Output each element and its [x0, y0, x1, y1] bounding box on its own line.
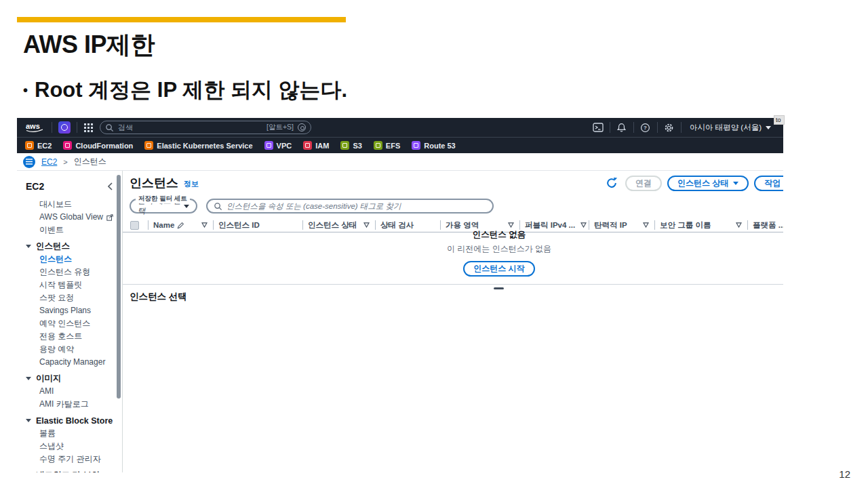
sidebar-section-images[interactable]: 이미지: [17, 372, 122, 385]
collapse-sidebar-icon[interactable]: [108, 182, 113, 190]
actions-dropdown[interactable]: 작업: [754, 176, 783, 191]
empty-state-title: 인스턴스 없음: [437, 229, 561, 241]
favorite-cloudformation[interactable]: CloudFormation: [63, 141, 133, 150]
chevron-down-icon: [766, 126, 771, 129]
favorite-efs[interactable]: EFS: [374, 141, 400, 150]
refresh-button[interactable]: [604, 175, 620, 191]
route53-service-icon: [412, 141, 420, 150]
sidebar-item-ami-catalog[interactable]: AMI 카탈로그: [17, 398, 122, 411]
sidebar-toggle-button[interactable]: [23, 156, 35, 168]
hamburger-icon: [26, 159, 33, 165]
sort-icon: [736, 222, 742, 228]
region-selector[interactable]: 아시아 태평양 (서울): [682, 123, 776, 133]
sidebar-item-capacity-manager[interactable]: Capacity Manager: [17, 356, 122, 369]
sidebar-scrollbar[interactable]: [117, 175, 121, 399]
settings-button[interactable]: [658, 123, 681, 133]
split-panel-drag-handle[interactable]: [494, 287, 504, 289]
divider: [77, 122, 77, 133]
favorite-vpc[interactable]: VPC: [264, 141, 292, 150]
sidebar-item-instances[interactable]: 인스턴스: [17, 253, 122, 266]
sidebar-section-ebs[interactable]: Elastic Block Store: [17, 414, 122, 427]
column-header-platform[interactable]: 플랫폼 ...: [747, 218, 783, 232]
panel-header: 인스턴스 정보 연결 인스턴스 상태: [130, 174, 783, 192]
slide-bullet: • Root 계정은 IP 제한 되지 않는다.: [23, 76, 347, 104]
info-link[interactable]: 정보: [184, 179, 199, 189]
caret-down-icon: [26, 419, 31, 422]
bullet-marker: •: [23, 83, 28, 98]
services-grid-icon[interactable]: [83, 123, 94, 133]
help-button[interactable]: ?: [634, 123, 657, 133]
select-all-cell: [123, 218, 148, 232]
gear-icon: [664, 123, 674, 133]
console-body: EC2 대시보드 AWS Global View 이벤트 인스턴스 인: [17, 171, 783, 472]
sidebar-heading: EC2: [17, 178, 122, 195]
search-icon: [105, 123, 114, 132]
search-shortcut-hint: [알트+S]: [267, 123, 294, 132]
global-search-input[interactable]: [118, 123, 262, 131]
sidebar-section-instances[interactable]: 인스턴스: [17, 240, 122, 253]
sidebar-item-spot-requests[interactable]: 스팟 요청: [17, 291, 122, 304]
instance-search-input[interactable]: [226, 202, 486, 210]
sidebar-item-launch-templates[interactable]: 시작 템플릿: [17, 279, 122, 291]
amazon-q-icon[interactable]: [58, 121, 71, 134]
region-label: 아시아 태평양 (서울): [690, 123, 762, 133]
sidebar-section-network-security[interactable]: 네트워크 및 보안: [17, 469, 122, 472]
sidebar-item-global-view[interactable]: AWS Global View: [17, 211, 122, 224]
help-icon: ?: [640, 123, 650, 133]
favorite-iam[interactable]: IAM: [303, 141, 329, 150]
filter-row: 저장한 필터 세트 필터 세트 선택: [130, 196, 783, 214]
sidebar-item-dashboard[interactable]: 대시보드: [17, 198, 122, 211]
aws-logo[interactable]: aws: [24, 121, 45, 134]
caret-down-icon: [26, 245, 31, 248]
sidebar-item-reserved-instances[interactable]: 예약 인스턴스: [17, 317, 122, 330]
caret-down-icon: [184, 205, 189, 208]
eks-service-icon: [144, 141, 153, 150]
connect-button[interactable]: 연결: [625, 176, 662, 191]
favorite-route53[interactable]: Route 53: [412, 141, 455, 150]
breadcrumb-separator: >: [63, 158, 67, 166]
global-search[interactable]: [알트+S]: [100, 121, 311, 134]
iam-service-icon: [303, 141, 312, 150]
sidebar-item-savings-plans[interactable]: Savings Plans: [17, 304, 122, 317]
split-panel-title: 인스턴스 선택: [130, 291, 187, 303]
instance-state-dropdown[interactable]: 인스턴스 상태: [667, 176, 749, 191]
top-nav-right: ? 아시아 태평양 (서울): [587, 122, 776, 133]
sidebar-item-events[interactable]: 이벤트: [17, 224, 122, 237]
svg-text:aws: aws: [26, 122, 40, 130]
breadcrumb-ec2-link[interactable]: EC2: [41, 157, 57, 167]
external-link-icon: [106, 214, 113, 221]
launch-instance-button[interactable]: 인스턴스 시작: [463, 261, 534, 277]
amazon-q-mini-icon: [298, 123, 306, 131]
sidebar-item-ami[interactable]: AMI: [17, 385, 122, 398]
favorite-ec2[interactable]: EC2: [25, 141, 52, 150]
instance-search[interactable]: [206, 199, 494, 214]
sidebar-item-volumes[interactable]: 볼륨: [17, 427, 122, 440]
select-all-checkbox[interactable]: [130, 221, 139, 230]
breadcrumb: EC2 > 인스턴스: [17, 153, 783, 171]
column-header-status-check[interactable]: 상태 검사: [375, 218, 440, 232]
cloudshell-button[interactable]: [587, 123, 610, 132]
caret-down-icon: [733, 182, 738, 185]
sidebar-item-lifecycle-manager[interactable]: 수명 주기 관리자: [17, 453, 122, 466]
sidebar-item-snapshots[interactable]: 스냅샷: [17, 440, 122, 453]
sort-icon: [508, 222, 514, 228]
sort-icon: [643, 222, 649, 228]
column-header-instance-id[interactable]: 인스턴스 ID: [213, 218, 302, 232]
filter-set-select[interactable]: 저장한 필터 세트 필터 세트 선택: [130, 199, 197, 214]
column-header-instance-state[interactable]: 인스턴스 상태: [302, 218, 375, 232]
empty-state: 인스턴스 없음 이 리전에는 인스턴스가 없음 인스턴스 시작: [437, 229, 561, 277]
ec2-sidebar: EC2 대시보드 AWS Global View 이벤트 인스턴스 인: [17, 171, 123, 472]
empty-state-message: 이 리전에는 인스턴스가 없음: [437, 243, 561, 255]
sidebar-item-capacity-reservations[interactable]: 용량 예약: [17, 343, 122, 356]
favorite-s3[interactable]: S3: [340, 141, 361, 150]
column-header-security-group[interactable]: 보안 그룹 이름: [654, 218, 747, 232]
bullet-text: Root 계정은 IP 제한 되지 않는다.: [35, 76, 347, 104]
vpc-service-icon: [264, 141, 273, 150]
column-header-elastic-ip[interactable]: 탄력적 IP: [589, 218, 654, 232]
sort-icon: [580, 222, 587, 228]
sidebar-item-dedicated-hosts[interactable]: 전용 호스트: [17, 330, 122, 343]
column-header-name[interactable]: Name: [148, 218, 213, 232]
favorite-eks[interactable]: Elastic Kubernetes Service: [144, 141, 252, 150]
notifications-button[interactable]: [610, 123, 633, 133]
sidebar-item-instance-types[interactable]: 인스턴스 유형: [17, 266, 122, 279]
